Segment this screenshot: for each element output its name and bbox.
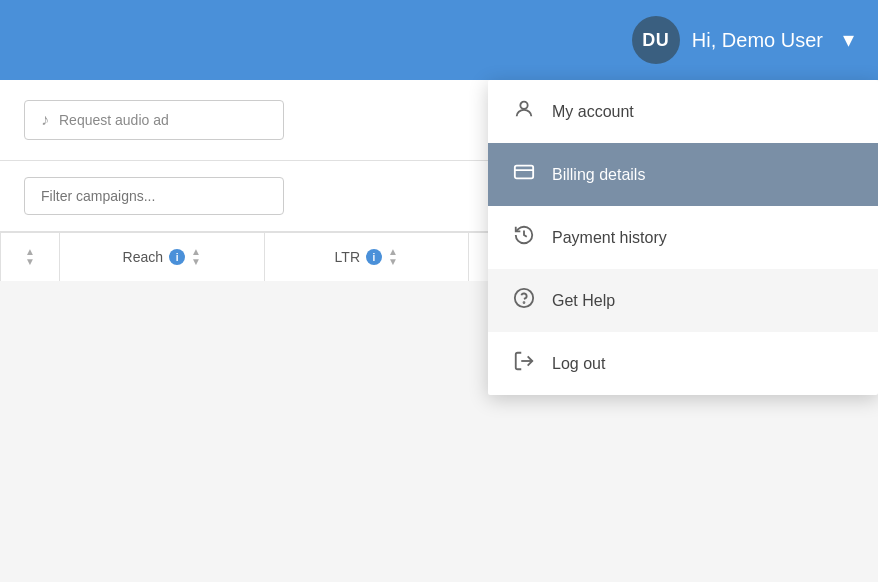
header: DU Hi, Demo User ▾ <box>0 0 878 80</box>
reach-info-icon[interactable]: i <box>169 249 185 265</box>
my-account-label: My account <box>552 103 634 121</box>
table-col-sort[interactable]: ▲▼ <box>0 233 60 281</box>
ltr-sort-icon: ▲▼ <box>388 247 398 267</box>
svg-rect-1 <box>515 166 533 179</box>
person-icon <box>512 98 536 125</box>
table-col-ltr[interactable]: LTR i ▲▼ <box>265 233 470 281</box>
sort-arrows-icon: ▲▼ <box>25 247 35 267</box>
credit-card-icon <box>512 161 536 188</box>
dropdown-menu: My account Billing details Payment hi <box>488 80 878 395</box>
help-icon <box>512 287 536 314</box>
dropdown-item-my-account[interactable]: My account <box>488 80 878 143</box>
reach-label: Reach <box>123 249 163 265</box>
svg-point-4 <box>524 302 525 303</box>
request-audio-input[interactable]: ♪ Request audio ad <box>24 100 284 140</box>
billing-details-label: Billing details <box>552 166 645 184</box>
music-icon: ♪ <box>41 111 49 129</box>
filter-campaigns-input[interactable] <box>24 177 284 215</box>
dropdown-item-payment-history[interactable]: Payment history <box>488 206 878 269</box>
reach-sort-icon: ▲▼ <box>191 247 201 267</box>
dropdown-item-billing-details[interactable]: Billing details <box>488 143 878 206</box>
table-col-reach[interactable]: Reach i ▲▼ <box>60 233 265 281</box>
dropdown-item-get-help[interactable]: Get Help <box>488 269 878 332</box>
user-greeting: Hi, Demo User <box>692 29 823 52</box>
payment-history-label: Payment history <box>552 229 667 247</box>
ltr-info-icon[interactable]: i <box>366 249 382 265</box>
log-out-label: Log out <box>552 355 605 373</box>
ltr-label: LTR <box>335 249 360 265</box>
user-section[interactable]: DU Hi, Demo User ▾ <box>632 16 854 64</box>
chevron-down-icon: ▾ <box>843 27 854 53</box>
history-icon <box>512 224 536 251</box>
request-audio-placeholder: Request audio ad <box>59 112 169 128</box>
svg-point-0 <box>520 102 527 109</box>
get-help-label: Get Help <box>552 292 615 310</box>
dropdown-item-log-out[interactable]: Log out <box>488 332 878 395</box>
power-icon <box>512 350 536 377</box>
content-area: ♪ Request audio ad ▲▼ Reach i ▲▼ LTR i ▲… <box>0 80 878 281</box>
avatar: DU <box>632 16 680 64</box>
